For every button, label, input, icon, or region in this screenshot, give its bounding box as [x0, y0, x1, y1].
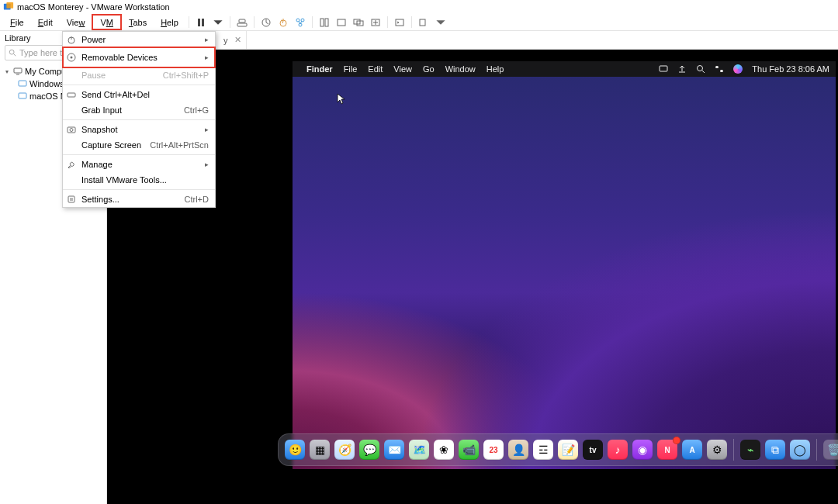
- menu-help[interactable]: Help: [154, 14, 185, 30]
- menu-install-tools[interactable]: Install VMware Tools...: [63, 172, 215, 188]
- dock-app-mail[interactable]: ✉️: [384, 440, 404, 460]
- fit-guest-icon[interactable]: [316, 14, 333, 30]
- power-icon: [63, 35, 80, 44]
- svg-rect-26: [720, 70, 723, 72]
- dock-app-screenshot[interactable]: ⧉: [765, 440, 785, 460]
- dock-app-photos[interactable]: ❀: [434, 440, 454, 460]
- mac-menu-file[interactable]: File: [344, 64, 358, 74]
- guest-tab[interactable]: y ✕: [216, 31, 247, 49]
- menu-vm[interactable]: VM: [92, 14, 122, 30]
- fullscreen-icon[interactable]: [333, 14, 350, 30]
- dock-app-activity[interactable]: ⌁: [740, 440, 760, 460]
- svg-point-19: [9, 50, 14, 54]
- dock-app-news[interactable]: N: [657, 440, 677, 460]
- svg-rect-2: [198, 19, 200, 26]
- upload-icon[interactable]: [677, 64, 687, 74]
- devices-icon: [63, 53, 80, 62]
- menu-manage[interactable]: Manage ▸: [63, 157, 215, 172]
- unity-icon[interactable]: [350, 14, 367, 30]
- dock-app-launchpad[interactable]: ▦: [310, 440, 330, 460]
- menu-removable-devices[interactable]: Removable Devices ▸: [63, 47, 215, 67]
- menu-separator: [63, 189, 215, 190]
- mac-menu-go[interactable]: Go: [423, 64, 435, 74]
- dock-app-finder[interactable]: 🙂: [285, 440, 305, 460]
- menu-view[interactable]: View: [60, 14, 92, 30]
- dock-app-trash[interactable]: 🗑️: [823, 440, 838, 460]
- view-mode-dropdown-icon[interactable]: [432, 14, 449, 30]
- menu-send-cad[interactable]: Send Ctrl+Alt+Del: [63, 87, 215, 102]
- svg-rect-25: [715, 66, 719, 68]
- vmware-logo-icon: [3, 2, 14, 12]
- badge-icon: [673, 437, 680, 444]
- toolbar-divider: [387, 16, 388, 28]
- dock-app-unknown[interactable]: ◯: [790, 440, 810, 460]
- dock-app-contacts[interactable]: 👤: [508, 440, 528, 460]
- power-dropdown-icon[interactable]: [210, 14, 227, 30]
- vm-icon: [17, 91, 28, 101]
- menu-settings[interactable]: Settings... Ctrl+D: [63, 192, 215, 207]
- svg-rect-1: [6, 2, 13, 9]
- dock-app-calendar[interactable]: 23: [483, 440, 504, 460]
- dock-app-tv[interactable]: tv: [583, 440, 603, 460]
- window-titlebar: macOS Monterey - VMware Workstation: [0, 0, 838, 14]
- wrench-icon: [63, 160, 80, 169]
- toolbar-divider: [411, 16, 412, 28]
- mac-menu-help[interactable]: Help: [487, 64, 504, 74]
- svg-rect-18: [420, 19, 425, 26]
- menu-tabs[interactable]: Tabs: [122, 14, 154, 30]
- send-cad-icon[interactable]: [234, 14, 251, 30]
- dock-app-music[interactable]: ♪: [608, 440, 628, 460]
- menu-file[interactable]: File: [3, 14, 31, 30]
- dock-app-safari[interactable]: 🧭: [334, 440, 355, 460]
- twisty-icon[interactable]: ▾: [3, 68, 11, 75]
- svg-rect-22: [19, 93, 26, 98]
- mac-app-name[interactable]: Finder: [306, 64, 333, 74]
- dock-separator: [733, 439, 734, 461]
- menu-pause: Pause Ctrl+Shift+P: [63, 67, 215, 83]
- mac-menu-window[interactable]: Window: [445, 64, 476, 74]
- mac-menu-edit[interactable]: Edit: [368, 64, 383, 74]
- mac-clock[interactable]: Thu Feb 23 8:06 AM: [752, 64, 829, 74]
- revert-snapshot-icon[interactable]: [275, 14, 292, 30]
- menu-grab-input[interactable]: Grab Input Ctrl+G: [63, 102, 215, 118]
- mac-menu-view[interactable]: View: [393, 64, 412, 74]
- svg-rect-21: [19, 81, 26, 86]
- siri-icon[interactable]: [733, 64, 743, 74]
- tab-close-icon[interactable]: ✕: [234, 35, 241, 45]
- view-mode-icon[interactable]: [415, 14, 432, 30]
- dock-app-podcasts[interactable]: ◉: [632, 440, 653, 460]
- guest-tabbar: y ✕: [107, 31, 838, 50]
- menu-power[interactable]: Power ▸: [63, 32, 215, 47]
- window-title: macOS Monterey - VMware Workstation: [17, 2, 170, 12]
- toolbar-divider: [312, 16, 313, 28]
- toolbar-divider: [189, 16, 189, 28]
- svg-rect-11: [320, 19, 324, 26]
- menu-capture-screen[interactable]: Capture Screen Ctrl+Alt+PrtScn: [63, 137, 215, 153]
- dock-app-maps[interactable]: 🗺️: [409, 440, 429, 460]
- stretch-icon[interactable]: [367, 14, 384, 30]
- dock-app-messages[interactable]: 💬: [359, 440, 379, 460]
- snapshot-icon[interactable]: [258, 14, 275, 30]
- pause-icon[interactable]: [192, 14, 210, 30]
- dock-app-notes[interactable]: 📝: [558, 440, 578, 460]
- menu-snapshot[interactable]: Snapshot ▸: [63, 122, 215, 137]
- dock-app-facetime[interactable]: 📹: [459, 440, 479, 460]
- menu-edit[interactable]: Edit: [31, 14, 60, 30]
- snapshot-icon: [63, 125, 80, 134]
- settings-icon: [63, 195, 80, 204]
- screen-mirror-icon[interactable]: [659, 64, 668, 74]
- keyboard-icon: [63, 90, 80, 99]
- svg-point-32: [70, 129, 73, 132]
- toolbar-divider: [230, 16, 230, 28]
- spotlight-icon[interactable]: [696, 64, 705, 74]
- manage-snapshots-icon[interactable]: [292, 14, 309, 30]
- control-center-icon[interactable]: [715, 64, 724, 74]
- dock-app-reminders[interactable]: ☲: [533, 440, 553, 460]
- mac-dock: 🙂▦🧭💬✉️🗺️❀📹23👤☲📝tv♪◉NA⚙︎⌁⧉◯🗑️: [278, 433, 838, 466]
- submenu-arrow-icon: ▸: [205, 161, 215, 168]
- dock-app-settings[interactable]: ⚙︎: [707, 440, 727, 460]
- dock-app-appstore[interactable]: A: [682, 440, 702, 460]
- menu-separator: [63, 154, 215, 155]
- guest-desktop[interactable]: Finder File Edit View Go Window Help Thu…: [293, 61, 836, 469]
- console-icon[interactable]: [391, 14, 408, 30]
